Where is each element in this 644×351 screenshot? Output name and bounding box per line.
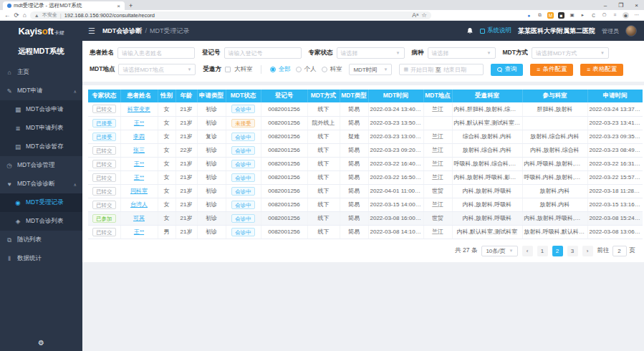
calendar-icon: ▦ — [403, 67, 408, 72]
table-row: 已接受李四女21岁复诊会诊中0082001256线下疑难2022-03-23 1… — [88, 130, 643, 143]
sidebar-item-4[interactable]: ▤MDT会诊暂存 — [0, 138, 82, 156]
window-minimize-button[interactable]: – — [598, 2, 612, 9]
home-icon[interactable]: ⌂ — [23, 11, 27, 19]
registration-no-cell: 0082001256 — [261, 102, 307, 116]
big-department-checkbox[interactable] — [225, 67, 231, 72]
sidebar-item-7[interactable]: ◉MDT受理记录 — [0, 193, 82, 212]
favorite-star-icon[interactable]: ☆ — [421, 11, 427, 19]
invitee-radio-2[interactable]: 科室 — [322, 65, 342, 74]
patient-name-input[interactable] — [122, 50, 191, 57]
patient-name-link[interactable]: 可其 — [133, 215, 145, 221]
sidebar-item-5[interactable]: ◷MDT会诊管理 — [0, 156, 82, 175]
system-help-link[interactable]: 系统说明 — [480, 27, 511, 35]
page-button-3[interactable]: 3 — [567, 246, 578, 256]
sliders-icon: ≡ — [587, 66, 590, 73]
invitee-radio-0[interactable]: 全部 — [270, 65, 290, 74]
prev-page-button[interactable]: ‹ — [522, 246, 533, 256]
extension-blue-icon[interactable]: ● — [526, 12, 532, 19]
home-icon: ⌂ — [6, 69, 13, 76]
disease-placeholder: 请选择 — [432, 49, 449, 57]
date-range-picker[interactable]: ▦ 开始日期 至 结束日期 — [399, 64, 484, 75]
sidebar-item-3[interactable]: ≣MDT申请列表 — [0, 119, 82, 138]
screenshot-icon[interactable]: ▣ — [569, 12, 575, 19]
sidebar-item-6[interactable]: ♥MDT会诊诊断∧ — [0, 175, 82, 193]
condition-config-button[interactable]: ≡条件配置 — [530, 64, 573, 76]
extensions-puzzle-icon[interactable]: ⌗ — [612, 12, 618, 19]
back-icon[interactable]: ← — [4, 11, 11, 19]
sidebar-item-2[interactable]: ▦MDT会诊申请 — [0, 100, 82, 119]
patient-name-link[interactable]: 李四 — [133, 133, 145, 140]
column-header: 专家状态 — [88, 90, 120, 102]
patient-name-link[interactable]: 科室变更 — [128, 106, 150, 112]
edit-icon: ✎ — [6, 87, 13, 95]
tab-close-icon[interactable]: × — [117, 3, 120, 9]
sidebar-item-8[interactable]: ◈MDT会诊列表 — [0, 212, 82, 231]
sliders-icon: ≡ — [537, 66, 540, 73]
joined-departments-cell: 内科,放射科,综合科 — [522, 143, 587, 157]
settings-gear-icon[interactable]: ⚙ — [38, 339, 44, 347]
patient-name-link[interactable]: 张三 — [133, 147, 145, 153]
mdt-time-cell: 2022-03-15 14:00:00 — [368, 198, 423, 211]
search-button[interactable]: 查询 — [491, 64, 523, 76]
status-tag: 已转交 — [92, 173, 116, 182]
page-button-1[interactable]: 1 — [537, 246, 548, 256]
browser-tab[interactable]: mdt受理记录 - 远程MDT系统 × — [3, 1, 125, 10]
user-role[interactable]: 管理员 — [602, 27, 619, 35]
split-screen-icon[interactable]: ⎔ — [601, 12, 607, 19]
extension-dark-icon[interactable]: ■ — [558, 12, 564, 19]
registration-no-input[interactable] — [229, 50, 297, 57]
patient-name-link[interactable]: 王** — [134, 120, 144, 126]
sidebar-item-1[interactable]: ✎MDT申请∧ — [0, 82, 82, 100]
sidebar-item-10[interactable]: ⫴数据统计 — [0, 249, 82, 268]
window-close-button[interactable]: × — [629, 2, 644, 9]
chevron-down-icon: ▼ — [487, 51, 491, 55]
disease-select[interactable]: 请选择▼ — [428, 47, 496, 59]
mdt-status-cell: 会诊中 — [226, 143, 261, 157]
sidebar-item-0[interactable]: ⌂主页 — [0, 63, 82, 82]
mdt-status-cell: 会诊中 — [226, 184, 261, 198]
mdt-location-cell: 兰江 — [423, 225, 452, 239]
status-tag: 已接受 — [92, 133, 116, 141]
window-maximize-button[interactable]: ❐ — [612, 2, 629, 9]
user-avatar[interactable] — [625, 25, 637, 37]
expert-status-select[interactable]: 请选择▼ — [337, 47, 405, 59]
app-logo: Kayisoft 卡耀 — [0, 26, 82, 37]
browser-profile-avatar[interactable]: ☻ — [623, 12, 629, 19]
page-size-select[interactable]: 10条/页 ▼ — [481, 246, 517, 256]
patient-name-link[interactable]: 王** — [134, 174, 144, 181]
url-text: 192.168.0.156:9002/consultate/record — [64, 12, 155, 19]
mdt-status-cell: 未接受 — [226, 116, 261, 130]
sidebar: 远程MDT系统 ⌂主页✎MDT申请∧▦MDT会诊申请≣MDT申请列表▤MDT会诊… — [0, 41, 82, 351]
sidebar-item-9[interactable]: ⧉随访列表 — [0, 231, 82, 249]
gender-cell: 女 — [158, 143, 176, 157]
extension-orange-icon[interactable]: M — [547, 12, 554, 19]
sync-icon[interactable]: C — [590, 12, 597, 19]
url-field[interactable]: ▲ 不安全 | 192.168.0.156:9002/consultate/re… — [30, 11, 431, 19]
invitee-radio-1[interactable]: 个人 — [296, 65, 316, 74]
patient-name-link[interactable]: 同科室 — [130, 188, 148, 194]
patient-name-link[interactable]: 王** — [134, 229, 144, 235]
page-button-2[interactable]: 2 — [552, 246, 563, 256]
next-page-button[interactable]: › — [582, 246, 593, 256]
mdt-mode-select[interactable]: 请选择MDT方式▼ — [532, 47, 609, 59]
column-header: MDT地点 — [423, 90, 452, 102]
copy-icon[interactable]: ⧉ — [537, 12, 543, 19]
mdt-location-select[interactable]: 请选择MDT地点▼ — [118, 64, 196, 75]
refresh-icon[interactable]: ⟳ — [14, 11, 19, 19]
patient-name-link[interactable]: 台湾人 — [130, 201, 148, 208]
new-tab-button[interactable]: + — [129, 2, 133, 9]
browser-menu-icon[interactable]: ⋯ — [633, 12, 640, 19]
goto-page-input[interactable] — [612, 246, 627, 256]
read-aloud-icon[interactable]: Aᵃ — [412, 11, 418, 19]
notification-bell-icon[interactable] — [466, 27, 474, 34]
apply-time-cell: 2022-03-08 15:24:58 — [587, 211, 643, 225]
column-header: 申请时间 — [587, 90, 643, 102]
patient-name-link[interactable]: 王** — [134, 160, 144, 167]
collapse-menu-icon[interactable]: ☰ — [88, 27, 95, 36]
breadcrumb-current: MDT受理记录 — [150, 27, 190, 36]
time-type-select[interactable]: MDT时间▼ — [349, 64, 392, 75]
breadcrumb-separator: / — [145, 27, 147, 34]
table-config-button[interactable]: ≡表格配置 — [580, 64, 623, 76]
media-icon[interactable]: ▸ — [580, 12, 586, 19]
breadcrumb-parent[interactable]: MDT会诊诊断 — [102, 27, 143, 36]
